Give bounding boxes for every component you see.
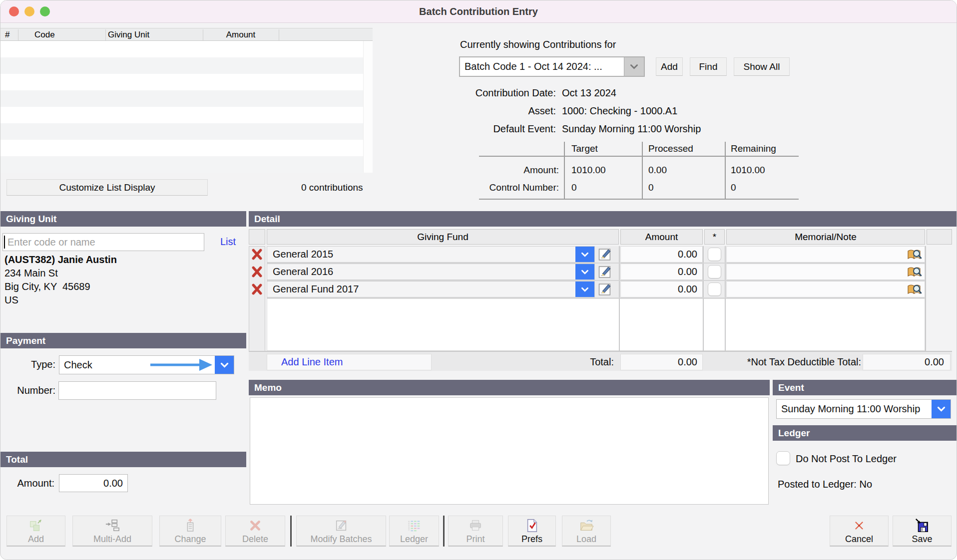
summary-amount-remaining: 1010.00 bbox=[731, 164, 765, 177]
window-title: Batch Contribution Entry bbox=[0, 0, 957, 23]
payment-number-input[interactable] bbox=[58, 381, 216, 400]
contribution-list-scrollbar[interactable] bbox=[363, 41, 373, 173]
add-records-icon bbox=[28, 518, 43, 534]
line-amount-value[interactable]: 0.00 bbox=[620, 281, 703, 297]
not-tax-deductible-checkbox[interactable] bbox=[708, 265, 721, 279]
detail-header-filler bbox=[927, 229, 952, 245]
edit-fund-icon[interactable] bbox=[598, 282, 612, 296]
column-header-number[interactable]: # bbox=[5, 28, 9, 41]
asset-value: 1000: Checking - 1000.A1 bbox=[562, 104, 677, 117]
not-tax-deductible-checkbox[interactable] bbox=[708, 282, 721, 296]
memorial-lookup-icon[interactable] bbox=[907, 248, 922, 261]
not-tax-deductible-cell bbox=[704, 246, 725, 263]
row-divider bbox=[267, 297, 925, 298]
toolbar-multi-add-button[interactable]: Multi-Add bbox=[72, 516, 152, 547]
memorial-note-cell[interactable] bbox=[726, 246, 925, 263]
toolbar-modify-batches-button[interactable]: Modify Batches bbox=[296, 516, 386, 547]
column-header-amount[interactable]: Amount bbox=[203, 28, 279, 41]
ledger-section-header: Ledger bbox=[773, 425, 957, 441]
toolbar-save-button[interactable]: Save bbox=[893, 516, 952, 547]
delete-line-icon[interactable] bbox=[251, 283, 263, 295]
batch-add-button[interactable]: Add bbox=[656, 57, 683, 76]
batch-select[interactable]: Batch Code 1 - Oct 14 2024: ... bbox=[459, 56, 645, 77]
chevron-down-icon bbox=[932, 400, 951, 418]
grid-line bbox=[925, 246, 926, 351]
delete-line-icon[interactable] bbox=[251, 248, 263, 261]
giving-fund-select[interactable]: General Fund 2017 bbox=[267, 281, 595, 297]
toolbar-prefs-button[interactable]: Prefs bbox=[508, 516, 556, 547]
annotation-arrow-icon bbox=[149, 357, 213, 372]
summary-control-remaining: 0 bbox=[731, 181, 736, 194]
toolbar-ledger-button[interactable]: Ledger bbox=[389, 516, 439, 547]
add-line-item-link[interactable]: Add Line Item bbox=[281, 356, 343, 368]
summary-divider bbox=[725, 142, 726, 200]
detail-header-ntd: * bbox=[704, 229, 725, 245]
default-event-label: Default Event: bbox=[406, 122, 556, 135]
edit-fund-icon[interactable] bbox=[598, 248, 612, 261]
ledger-grid-icon bbox=[407, 518, 422, 534]
line-amount-value[interactable]: 0.00 bbox=[620, 246, 703, 263]
batch-find-button[interactable]: Find bbox=[690, 57, 727, 76]
toolbar-change-button[interactable]: Change bbox=[159, 516, 221, 547]
toolbar-cancel-button[interactable]: Cancel bbox=[830, 516, 889, 547]
giving-fund-select[interactable]: General 2016 bbox=[267, 264, 595, 280]
delete-line-icon[interactable] bbox=[251, 266, 263, 278]
column-divider bbox=[105, 29, 106, 40]
payment-type-label: Type: bbox=[5, 358, 55, 371]
row-divider bbox=[267, 263, 925, 264]
chevron-down-icon[interactable] bbox=[575, 281, 594, 297]
column-divider bbox=[203, 29, 203, 40]
edit-fund-icon[interactable] bbox=[598, 265, 612, 279]
event-select[interactable]: Sunday Morning 11:00 Worship bbox=[776, 399, 951, 419]
detail-header-memorial-note: Memorial/Note bbox=[726, 229, 925, 245]
grid-line bbox=[619, 246, 620, 351]
total-amount-label: Amount: bbox=[4, 477, 54, 490]
giving-fund-value: General Fund 2017 bbox=[273, 281, 572, 297]
multi-add-icon bbox=[105, 518, 120, 534]
giving-fund-value: General 2015 bbox=[273, 247, 572, 262]
printer-icon bbox=[468, 518, 483, 534]
giving-fund-select[interactable]: General 2015 bbox=[267, 246, 595, 263]
giving-unit-address1: 234 Main St bbox=[4, 267, 58, 280]
do-not-post-checkbox[interactable] bbox=[776, 451, 790, 465]
detail-row: General 2016 bbox=[267, 264, 619, 280]
chevron-down-icon[interactable] bbox=[575, 247, 594, 262]
total-amount-input[interactable] bbox=[59, 474, 128, 492]
memo-textarea[interactable] bbox=[250, 397, 769, 505]
memo-section-header: Memo bbox=[249, 380, 770, 395]
toolbar-load-button[interactable]: Load bbox=[562, 516, 611, 547]
summary-divider bbox=[564, 142, 565, 200]
detail-row: General Fund 2017 bbox=[267, 281, 619, 297]
contribution-count: 0 contributions bbox=[301, 181, 363, 194]
add-line-item-cell[interactable]: Add Line Item bbox=[267, 354, 432, 370]
memorial-note-cell[interactable] bbox=[726, 281, 925, 297]
memorial-lookup-icon[interactable] bbox=[907, 266, 922, 279]
summary-control-processed: 0 bbox=[648, 181, 654, 194]
line-amount-value[interactable]: 0.00 bbox=[620, 264, 703, 280]
giving-unit-search-input[interactable] bbox=[2, 233, 204, 251]
summary-col-remaining: Remaining bbox=[731, 142, 776, 155]
chevron-down-icon[interactable] bbox=[575, 264, 594, 280]
contribution-list-rows-empty[interactable] bbox=[0, 41, 363, 173]
toolbar-print-button[interactable]: Print bbox=[448, 516, 503, 547]
giving-unit-list-link[interactable]: List bbox=[220, 236, 236, 248]
toolbar-separator bbox=[443, 516, 445, 547]
column-header-giving-unit[interactable]: Giving Unit bbox=[108, 28, 149, 41]
giving-unit-address3: US bbox=[4, 293, 18, 306]
not-tax-deductible-cell bbox=[704, 264, 725, 280]
chevron-down-icon bbox=[624, 57, 644, 76]
summary-amount-processed: 0.00 bbox=[648, 164, 667, 177]
toolbar-delete-button[interactable]: Delete bbox=[225, 516, 285, 547]
toolbar-add-button[interactable]: Add bbox=[6, 516, 65, 547]
summary-control-number-label: Control Number: bbox=[459, 181, 559, 194]
detail-row: General 2015 bbox=[267, 246, 619, 263]
memorial-lookup-icon[interactable] bbox=[907, 283, 922, 296]
not-tax-deductible-checkbox[interactable] bbox=[708, 248, 721, 261]
detail-totals-row: Add Line Item Total: 0.00 *Not Tax Deduc… bbox=[249, 351, 952, 371]
memorial-note-cell[interactable] bbox=[726, 264, 925, 280]
batch-show-all-button[interactable]: Show All bbox=[734, 57, 790, 76]
customize-list-display-button[interactable]: Customize List Display bbox=[6, 179, 208, 196]
column-header-code[interactable]: Code bbox=[34, 28, 55, 41]
detail-total-label: Total: bbox=[498, 355, 614, 369]
currently-showing-heading: Currently showing Contributions for bbox=[460, 38, 616, 51]
